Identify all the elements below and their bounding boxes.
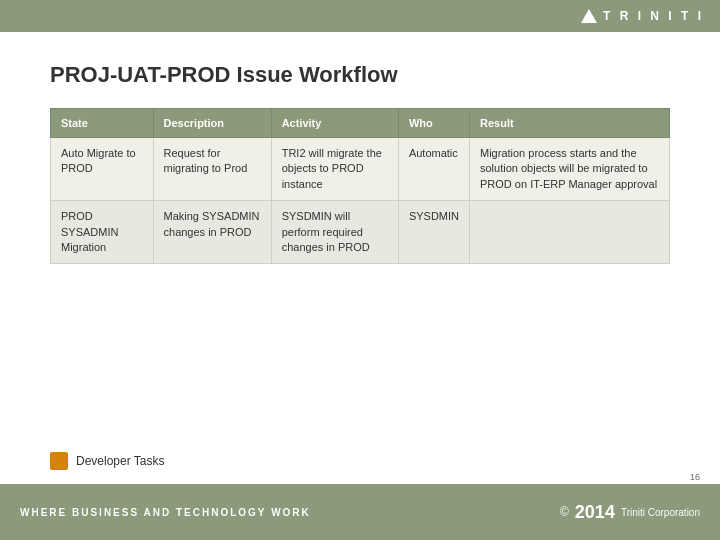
logo-triangle-icon bbox=[581, 9, 597, 23]
table-row: PROD SYSADMIN MigrationMaking SYSADMIN c… bbox=[51, 201, 670, 264]
cell-activity: SYSDMIN will perform required changes in… bbox=[271, 201, 398, 264]
cell-result: Migration process starts and the solutio… bbox=[470, 138, 670, 201]
cell-activity: TRI2 will migrate the objects to PROD in… bbox=[271, 138, 398, 201]
col-header-description: Description bbox=[153, 109, 271, 138]
footer-tagline: WHERE BUSINESS AND TECHNOLOGY WORK bbox=[20, 507, 311, 518]
footer-company: Triniti Corporation bbox=[621, 507, 700, 518]
col-header-state: State bbox=[51, 109, 154, 138]
main-content: PROJ-UAT-PROD Issue Workflow State Descr… bbox=[0, 32, 720, 480]
legend: Developer Tasks bbox=[50, 452, 165, 470]
footer: WHERE BUSINESS AND TECHNOLOGY WORK © 201… bbox=[0, 484, 720, 540]
cell-who: Automatic bbox=[398, 138, 469, 201]
table-row: Auto Migrate to PRODRequest for migratin… bbox=[51, 138, 670, 201]
page-title: PROJ-UAT-PROD Issue Workflow bbox=[50, 62, 670, 88]
col-header-result: Result bbox=[470, 109, 670, 138]
logo-area: T R I N I T I bbox=[581, 9, 704, 23]
page-number: 16 bbox=[690, 472, 700, 482]
cell-state: PROD SYSADMIN Migration bbox=[51, 201, 154, 264]
cell-result bbox=[470, 201, 670, 264]
col-header-activity: Activity bbox=[271, 109, 398, 138]
footer-right: © 2014 Triniti Corporation bbox=[560, 502, 700, 523]
footer-year: 2014 bbox=[575, 502, 615, 523]
legend-label: Developer Tasks bbox=[76, 454, 165, 468]
cell-description: Request for migrating to Prod bbox=[153, 138, 271, 201]
logo-text: T R I N I T I bbox=[603, 9, 704, 23]
workflow-table: State Description Activity Who Result Au… bbox=[50, 108, 670, 264]
cell-description: Making SYSADMIN changes in PROD bbox=[153, 201, 271, 264]
top-bar: T R I N I T I bbox=[0, 0, 720, 32]
legend-color-box bbox=[50, 452, 68, 470]
col-header-who: Who bbox=[398, 109, 469, 138]
cell-who: SYSDMIN bbox=[398, 201, 469, 264]
footer-copyright: © bbox=[560, 505, 569, 519]
cell-state: Auto Migrate to PROD bbox=[51, 138, 154, 201]
table-header-row: State Description Activity Who Result bbox=[51, 109, 670, 138]
